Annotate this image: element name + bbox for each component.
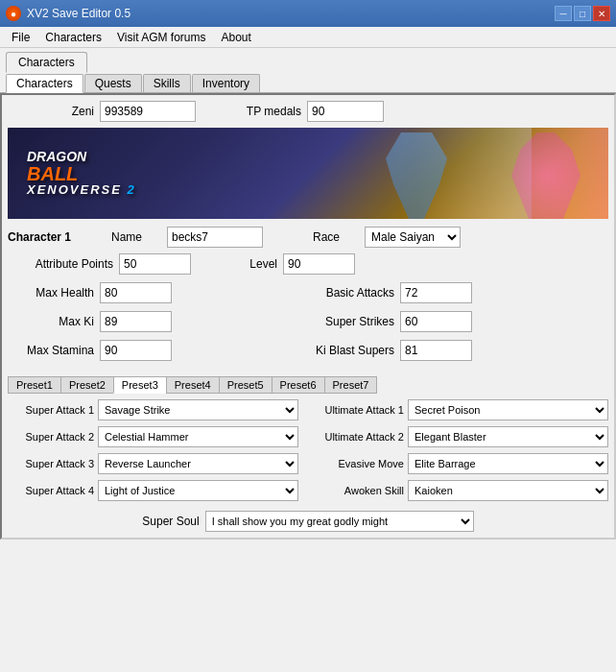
ultimate-attack-2-select[interactable]: Elegant Blaster xyxy=(408,426,608,447)
attr-input[interactable] xyxy=(119,253,191,275)
attacks-section: Super Attack 1 Savage Strike Super Attac… xyxy=(8,399,608,507)
awoken-select[interactable]: Kaioken xyxy=(408,480,608,501)
inner-tab-bar: Characters Quests Skills Inventory xyxy=(0,72,616,93)
super-attack-4-row: Super Attack 4 Light of Justice xyxy=(8,480,298,501)
super-attack-2-select[interactable]: Celestial Hammer xyxy=(98,426,298,447)
preset-tab-1[interactable]: Preset1 xyxy=(8,376,61,394)
preset-tab-4[interactable]: Preset4 xyxy=(166,376,220,394)
preset-tabs: Preset1 Preset2 Preset3 Preset4 Preset5 … xyxy=(8,376,608,394)
close-button[interactable]: ✕ xyxy=(593,6,610,21)
maximize-button[interactable]: □ xyxy=(574,6,591,21)
attr-level-row: Attribute Points Level xyxy=(8,253,608,275)
ultimate-attacks-col: Ultimate Attack 1 Secret Poison Ultimate… xyxy=(318,399,608,507)
preset-tab-6[interactable]: Preset6 xyxy=(272,376,325,394)
max-stamina-row: Max Stamina xyxy=(8,340,308,361)
zeni-label: Zeni xyxy=(8,105,94,118)
basic-attacks-input[interactable] xyxy=(400,282,472,303)
super-attacks-col: Super Attack 1 Savage Strike Super Attac… xyxy=(8,399,298,507)
super-strikes-label: Super Strikes xyxy=(308,315,394,328)
awoken-skill-row: Awoken Skill Kaioken xyxy=(318,480,608,501)
stats-right: Basic Attacks Super Strikes Ki Blast Sup… xyxy=(308,282,608,369)
menu-visit-agm[interactable]: Visit AGM forums xyxy=(109,29,213,46)
super-strikes-row: Super Strikes xyxy=(308,311,608,332)
ki-blast-label: Ki Blast Supers xyxy=(308,344,394,357)
evasive-move-row: Evasive Move Elite Barrage xyxy=(318,453,608,474)
evasive-select[interactable]: Elite Barrage xyxy=(408,453,608,474)
super2-label: Super Attack 2 xyxy=(8,431,94,443)
super4-label: Super Attack 4 xyxy=(8,485,94,496)
super-attack-1-row: Super Attack 1 Savage Strike xyxy=(8,399,298,420)
basic-attacks-row: Basic Attacks xyxy=(308,282,608,303)
app-icon: ● xyxy=(6,6,21,21)
max-ki-label: Max Ki xyxy=(8,315,94,328)
ultimate-attack-2-row: Ultimate Attack 2 Elegant Blaster xyxy=(318,426,608,447)
ultimate1-label: Ultimate Attack 1 xyxy=(318,404,404,416)
super-soul-select[interactable]: I shall show you my great godly might xyxy=(205,511,474,532)
max-stamina-label: Max Stamina xyxy=(8,344,94,357)
tab-inventory[interactable]: Inventory xyxy=(192,74,260,92)
outer-tab-bar: Characters xyxy=(0,48,616,72)
race-label: Race xyxy=(301,230,340,244)
character-info: Character 1 Name Race Male Saiyan Female… xyxy=(8,227,608,248)
name-label: Name xyxy=(104,230,142,244)
banner-text: DRAGON BALL XENOVERSE 2 xyxy=(8,150,136,198)
super-attack-1-select[interactable]: Savage Strike xyxy=(98,399,298,420)
window-title: XV2 Save Editor 0.5 xyxy=(27,7,130,20)
max-health-label: Max Health xyxy=(8,286,94,300)
max-ki-input[interactable] xyxy=(100,311,172,332)
super-attack-2-row: Super Attack 2 Celestial Hammer xyxy=(8,426,298,447)
max-ki-row: Max Ki xyxy=(8,311,308,332)
super-soul-row: Super Soul I shall show you my great god… xyxy=(8,511,608,532)
menu-bar: File Characters Visit AGM forums About xyxy=(0,27,616,48)
attr-label: Attribute Points xyxy=(8,257,113,271)
ultimate-attack-1-row: Ultimate Attack 1 Secret Poison xyxy=(318,399,608,420)
ultimate2-label: Ultimate Attack 2 xyxy=(318,431,404,443)
ultimate-attack-1-select[interactable]: Secret Poison xyxy=(408,399,608,420)
menu-characters[interactable]: Characters xyxy=(37,29,109,46)
main-content: Zeni TP medals DRAGON BALL XENOVERSE 2 C… xyxy=(0,93,616,540)
tab-quests[interactable]: Quests xyxy=(84,74,142,92)
ki-blast-input[interactable] xyxy=(400,340,472,361)
tab-skills[interactable]: Skills xyxy=(143,74,191,92)
awoken-label: Awoken Skill xyxy=(318,485,404,496)
character-name-input[interactable] xyxy=(167,227,263,248)
tp-label: TP medals xyxy=(234,105,301,118)
window-controls: ─ □ ✕ xyxy=(555,6,610,21)
preset-tab-5[interactable]: Preset5 xyxy=(219,376,272,394)
stats-left: Max Health Max Ki Max Stamina xyxy=(8,282,308,369)
zeni-input[interactable] xyxy=(100,101,196,122)
super-strikes-input[interactable] xyxy=(400,311,472,332)
max-stamina-input[interactable] xyxy=(100,340,172,361)
stats-section: Max Health Max Ki Max Stamina Basic Atta… xyxy=(8,282,608,369)
character-label: Character 1 xyxy=(8,230,84,244)
level-label: Level xyxy=(229,257,277,271)
top-fields: Zeni TP medals xyxy=(8,101,608,122)
super-attack-3-select[interactable]: Reverse Launcher xyxy=(98,453,298,474)
menu-about[interactable]: About xyxy=(214,29,259,46)
tab-characters-outer[interactable]: Characters xyxy=(6,52,87,73)
level-input[interactable] xyxy=(283,253,355,275)
minimize-button[interactable]: ─ xyxy=(555,6,572,21)
banner: DRAGON BALL XENOVERSE 2 xyxy=(8,128,608,219)
race-select[interactable]: Male Saiyan Female Saiyan Namekian Friez… xyxy=(365,227,461,248)
title-bar: ● XV2 Save Editor 0.5 ─ □ ✕ xyxy=(0,0,616,27)
basic-attacks-label: Basic Attacks xyxy=(308,286,394,300)
tp-input[interactable] xyxy=(307,101,384,122)
preset-tab-7[interactable]: Preset7 xyxy=(324,376,378,394)
max-health-input[interactable] xyxy=(100,282,172,303)
super-attack-3-row: Super Attack 3 Reverse Launcher xyxy=(8,453,298,474)
menu-file[interactable]: File xyxy=(4,29,37,46)
super3-label: Super Attack 3 xyxy=(8,458,94,469)
preset-tab-3[interactable]: Preset3 xyxy=(113,376,167,394)
evasive-label: Evasive Move xyxy=(318,458,404,469)
preset-tab-2[interactable]: Preset2 xyxy=(60,376,114,394)
super-attack-4-select[interactable]: Light of Justice xyxy=(98,480,298,501)
tab-characters[interactable]: Characters xyxy=(6,74,83,93)
super-soul-label: Super Soul xyxy=(142,515,199,528)
super1-label: Super Attack 1 xyxy=(8,404,94,416)
max-health-row: Max Health xyxy=(8,282,308,303)
ki-blast-row: Ki Blast Supers xyxy=(308,340,608,361)
